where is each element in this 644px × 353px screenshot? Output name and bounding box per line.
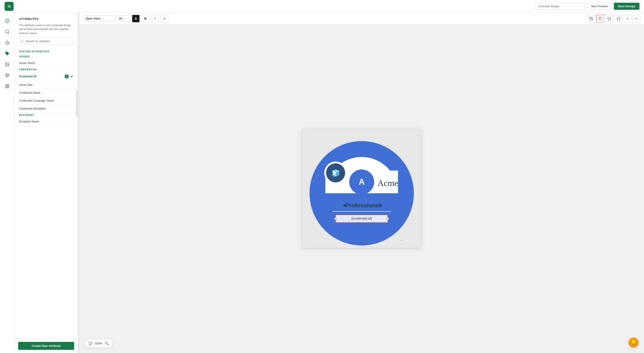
delete-button[interactable]	[596, 15, 604, 23]
attr-item-credential-description[interactable]: Credential Desciption	[14, 105, 78, 113]
zoom-out-icon[interactable]: 💬	[89, 342, 92, 345]
main-layout: ATTRIBUTES The attributes used on your c…	[0, 13, 644, 353]
recipient-label: RECIPIENT	[14, 113, 78, 118]
svg-marker-7	[5, 74, 9, 75]
copy-button[interactable]	[587, 15, 595, 23]
attr-item-credential-campaign[interactable]: Credential Campaign Name	[14, 97, 78, 105]
text-color-button[interactable]: A	[132, 15, 140, 23]
top-bar-left	[4, 2, 14, 11]
font-select[interactable]: Open Sans	[83, 16, 115, 22]
attr-item-credential-id[interactable]: Credential ID 1 ✔	[14, 72, 78, 81]
svg-text:🧊: 🧊	[332, 169, 340, 177]
zoom-in-icon[interactable]: 🔍	[104, 341, 109, 345]
redo-button[interactable]	[614, 15, 622, 23]
svg-rect-12	[591, 18, 593, 20]
sidebar-item-image[interactable]	[3, 60, 12, 69]
check-icon: ✔	[70, 75, 73, 78]
svg-rect-8	[6, 85, 7, 86]
canvas-area: Open Sans 25 A B I ≡	[79, 13, 644, 353]
svg-point-27	[334, 218, 337, 220]
svg-point-28	[387, 218, 389, 220]
attribute-search-input[interactable]	[18, 38, 74, 45]
attr-item-issuer-name[interactable]: Issuer Name	[14, 59, 78, 67]
sidebar-item-layers[interactable]	[3, 71, 12, 80]
svg-rect-11	[6, 87, 7, 88]
top-bar-right: See Preview Save Design	[535, 3, 640, 10]
svg-text:A: A	[359, 177, 365, 186]
bold-button[interactable]: B	[142, 15, 149, 23]
create-attribute-button[interactable]: Create New Attribute	[18, 342, 74, 350]
sidebar-item-grid[interactable]	[3, 82, 12, 91]
font-size-select[interactable]: 25	[116, 16, 130, 22]
font-name: Open Sans	[86, 17, 100, 20]
credential-id-badge: 1	[65, 74, 69, 79]
align-button[interactable]: ≡	[160, 15, 168, 23]
sidebar-item-bookmark[interactable]	[3, 27, 12, 36]
svg-marker-3	[5, 41, 9, 45]
save-button[interactable]: Save Design	[614, 3, 640, 10]
svg-point-2	[5, 19, 9, 23]
sidebar-item-star[interactable]	[3, 38, 12, 47]
layer-down-button[interactable]	[624, 15, 631, 23]
badge-svg: A Acme ✏ ★ Professional ★ [cre	[303, 130, 421, 248]
toolbar: Open Sans 25 A B I ≡	[79, 13, 644, 25]
issuer-label: ISSUER	[14, 54, 78, 59]
attr-item-credential-name[interactable]: Credential Name	[14, 89, 78, 97]
attributes-description: The attributes used on your credential d…	[14, 23, 78, 38]
top-bar: See Preview Save Design	[0, 0, 644, 13]
create-attribute-container: Create New Attribute	[14, 338, 78, 353]
zoom-level: 100%	[95, 342, 102, 345]
svg-text:Professional: Professional	[345, 202, 380, 209]
toolbar-right	[587, 15, 640, 23]
zoom-bar: 💬 100% 🔍	[85, 339, 113, 347]
attr-item-recipient-name[interactable]: Recipient Name	[14, 118, 78, 126]
svg-rect-10	[8, 87, 9, 88]
layer-up-button[interactable]	[633, 15, 640, 23]
attr-item-issue-date[interactable]: Issue Date	[14, 81, 78, 89]
svg-point-1	[10, 6, 11, 8]
help-icon: 💡	[631, 340, 636, 345]
canvas-inner: A Acme ✏ ★ Professional ★ [cre	[303, 130, 421, 248]
icon-sidebar	[0, 13, 14, 353]
svg-point-6	[6, 64, 6, 64]
svg-text:Acme: Acme	[378, 178, 398, 188]
attributes-scroll: SYSTEM ATTRIBUTES ISSUER Issuer Name CRE…	[14, 48, 78, 353]
credential-id-right: 1 ✔	[65, 74, 73, 79]
svg-rect-9	[8, 85, 9, 86]
italic-button[interactable]: I	[151, 15, 159, 23]
badge-search-input[interactable]	[535, 3, 585, 10]
undo-button[interactable]	[606, 15, 613, 23]
app-logo	[4, 2, 14, 11]
attributes-panel: ATTRIBUTES The attributes used on your c…	[14, 13, 78, 353]
svg-text:★: ★	[379, 203, 383, 208]
scrollbar-thumb[interactable]	[76, 90, 77, 117]
credential-label: CREDENTIAL	[14, 67, 78, 72]
svg-text:[credential.id]: [credential.id]	[352, 216, 372, 220]
system-attributes-label: SYSTEM ATTRIBUTES	[14, 48, 78, 54]
sidebar-item-tag[interactable]	[3, 49, 12, 58]
svg-text:✏: ✏	[391, 189, 393, 192]
sidebar-item-home[interactable]	[3, 16, 12, 26]
font-size-value: 25	[119, 17, 122, 20]
help-button[interactable]: 💡	[628, 337, 638, 347]
svg-text:↘: ↘	[400, 238, 402, 242]
preview-button[interactable]: See Preview	[587, 3, 612, 10]
canvas-container: A Acme ✏ ★ Professional ★ [cre	[79, 25, 644, 353]
attributes-header: ATTRIBUTES	[14, 13, 78, 23]
